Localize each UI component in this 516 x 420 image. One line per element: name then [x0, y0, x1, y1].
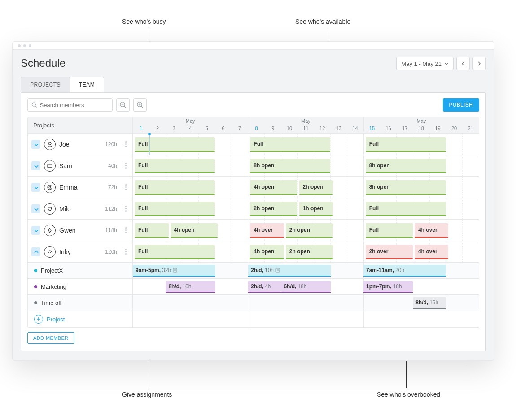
assignment-bar[interactable]: 2h/d,10h — [248, 265, 331, 276]
note-icon — [173, 268, 177, 273]
subproject-name: ProjectX — [41, 267, 63, 274]
availability-slot[interactable]: 4h over — [250, 223, 284, 237]
member-name: Joe — [59, 141, 70, 148]
prev-range-button[interactable] — [456, 57, 470, 70]
availability-slot[interactable]: 8h open — [366, 180, 446, 194]
availability-slot[interactable]: Full — [250, 137, 330, 151]
member-row: Milo 112h Full2h open1h openFull — [28, 198, 479, 220]
assignment-bar[interactable]: 2h/d,4h — [248, 281, 281, 292]
member-row: Gwen 118h Full4h open4h over2h openFull4… — [28, 220, 479, 241]
assignment-bar[interactable]: 9am-5pm,32h — [133, 265, 215, 276]
member-hours: 72h — [108, 184, 117, 191]
availability-slot[interactable]: Full — [366, 137, 446, 151]
svg-point-0 — [32, 103, 35, 106]
drag-handle-icon[interactable] — [122, 206, 129, 212]
subproject-row: ProjectX 9am-5pm,32h2h/d,10h7am-11am,20h — [28, 263, 479, 279]
availability-slot[interactable]: 4h open — [171, 223, 218, 237]
availability-slot[interactable]: 2h open — [286, 245, 333, 258]
project-color-dot — [34, 285, 37, 288]
svg-rect-16 — [173, 268, 177, 272]
search-input-wrap[interactable] — [27, 98, 113, 112]
search-icon — [31, 102, 37, 108]
add-member-button[interactable]: ADD MEMBER — [27, 332, 74, 344]
expand-toggle[interactable] — [31, 204, 40, 213]
plus-icon — [34, 315, 43, 324]
tab-projects[interactable]: PROJECTS — [21, 77, 70, 92]
availability-slot[interactable]: 8h open — [250, 159, 330, 172]
chevron-down-icon — [444, 61, 449, 66]
availability-slot[interactable]: 4h open — [250, 245, 284, 258]
member-name: Gwen — [59, 227, 76, 234]
availability-slot[interactable]: Full — [135, 180, 215, 194]
avatar-icon — [44, 182, 56, 193]
expand-toggle[interactable] — [31, 226, 40, 235]
expand-toggle[interactable] — [31, 247, 40, 256]
member-hours: 120h — [105, 141, 117, 147]
availability-slot[interactable]: Full — [135, 159, 215, 172]
assignment-bar[interactable]: 8h/d,16h — [166, 281, 215, 292]
availability-slot[interactable]: Full — [135, 137, 215, 151]
member-name: Inky — [59, 248, 71, 255]
availability-slot[interactable]: Full — [366, 202, 446, 215]
svg-rect-19 — [276, 268, 280, 272]
window-titlebar — [13, 42, 494, 50]
annotation-busy: See who's busy — [122, 18, 166, 25]
drag-handle-icon[interactable] — [122, 249, 129, 255]
subproject-row: Marketing 8h/d,16h2h/d,4h6h/d,18h1pm-7pm… — [28, 279, 479, 295]
availability-slot[interactable]: 8h open — [366, 159, 446, 172]
tab-team[interactable]: TEAM — [70, 77, 104, 92]
availability-slot[interactable]: 2h open — [299, 180, 333, 194]
annotation-assign: Give assignments — [122, 391, 172, 398]
grid-left-header: Projects — [28, 117, 133, 133]
availability-slot[interactable]: 2h open — [286, 223, 333, 237]
availability-slot[interactable]: 4h over — [415, 245, 449, 258]
drag-handle-icon[interactable] — [122, 141, 129, 147]
zoom-in-button[interactable] — [133, 98, 147, 112]
assignment-bar[interactable]: 7am-11am,20h — [363, 265, 446, 276]
member-row: Joe 120h FullFullFull — [28, 134, 479, 155]
avatar-icon — [44, 160, 56, 172]
date-range-label: May 1 - May 21 — [401, 61, 442, 67]
svg-point-14 — [49, 252, 49, 252]
assignment-bar[interactable]: 8h/d,16h — [413, 297, 446, 308]
chevron-left-icon — [461, 61, 465, 66]
availability-slot[interactable]: 2h open — [250, 202, 297, 215]
availability-slot[interactable]: 2h over — [366, 245, 413, 258]
availability-slot[interactable]: 1h open — [299, 202, 333, 215]
drag-handle-icon[interactable] — [122, 163, 129, 169]
annotation-available: See who's available — [295, 18, 350, 25]
svg-point-15 — [51, 252, 51, 252]
add-project-row[interactable]: Project — [28, 311, 479, 327]
assignment-bar[interactable]: 1pm-7pm,18h — [363, 281, 413, 292]
search-input[interactable] — [40, 102, 109, 108]
annotation-over: See who's overbooked — [377, 391, 440, 398]
chevron-icon — [33, 164, 39, 168]
avatar-icon — [44, 139, 56, 150]
svg-line-1 — [35, 106, 37, 108]
avatar-icon — [44, 246, 56, 258]
availability-slot[interactable]: 4h open — [250, 180, 297, 194]
publish-button[interactable]: PUBLISH — [443, 98, 479, 112]
expand-toggle[interactable] — [31, 140, 40, 149]
drag-handle-icon[interactable] — [122, 184, 129, 190]
availability-slot[interactable]: 4h over — [415, 223, 449, 237]
zoom-out-icon — [119, 101, 127, 108]
subproject-name: Time off — [41, 299, 61, 306]
chevron-icon — [33, 185, 39, 190]
project-color-dot — [34, 269, 37, 272]
chevron-icon — [33, 142, 39, 147]
availability-slot[interactable]: Full — [135, 223, 169, 237]
member-hours: 118h — [105, 227, 117, 234]
assignment-bar[interactable]: 6h/d,18h — [281, 281, 330, 292]
expand-toggle[interactable] — [31, 161, 40, 170]
avatar-icon — [44, 225, 56, 236]
availability-slot[interactable]: Full — [366, 223, 413, 237]
expand-toggle[interactable] — [31, 183, 40, 192]
availability-slot[interactable]: Full — [135, 202, 215, 215]
date-range-picker[interactable]: May 1 - May 21 — [396, 57, 454, 70]
drag-handle-icon[interactable] — [122, 227, 129, 233]
next-range-button[interactable] — [472, 57, 486, 70]
zoom-out-button[interactable] — [116, 98, 130, 112]
availability-slot[interactable]: Full — [135, 245, 215, 258]
member-hours: 40h — [108, 163, 117, 169]
